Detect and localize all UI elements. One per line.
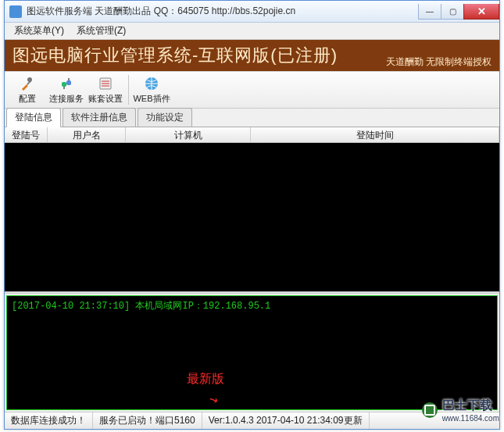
menu-system[interactable]: 系统菜单(Y) bbox=[8, 23, 70, 39]
statusbar: 数据库连接成功！ 服务已启动！端口5160 Ver:1.0.4.3 2017-0… bbox=[5, 412, 499, 429]
connect-label: 连接服务 bbox=[49, 93, 84, 105]
status-service: 服务已启动！端口5160 bbox=[93, 412, 202, 429]
globe-icon bbox=[144, 76, 159, 91]
wrench-icon bbox=[20, 76, 35, 91]
config-label: 配置 bbox=[19, 93, 36, 105]
titlebar[interactable]: 图远软件服务端 天道酬勤出品 QQ：645075 http://bbs.52po… bbox=[5, 1, 499, 23]
minimize-button[interactable]: — bbox=[418, 4, 441, 20]
banner: 图远电脑行业管理系统-互联网版(已注册) 天道酬勤 无限制终端授权 bbox=[5, 40, 499, 71]
banner-subtitle: 天道酬勤 无限制终端授权 bbox=[386, 55, 491, 69]
account-label: 账套设置 bbox=[88, 93, 123, 105]
tab-function-settings[interactable]: 功能设定 bbox=[138, 108, 192, 127]
tab-register-info[interactable]: 软件注册信息 bbox=[63, 108, 136, 127]
col-username[interactable]: 用户名 bbox=[48, 127, 126, 142]
svg-rect-2 bbox=[62, 82, 66, 87]
connect-button[interactable]: 连接服务 bbox=[47, 73, 86, 107]
svg-rect-3 bbox=[66, 80, 71, 85]
toolbar-separator bbox=[128, 75, 129, 105]
account-button[interactable]: 账套设置 bbox=[86, 73, 125, 107]
annotation-latest: 最新版 bbox=[187, 371, 224, 387]
webplugin-label: WEB插件 bbox=[133, 93, 170, 105]
plug-icon bbox=[59, 76, 74, 91]
grid-body[interactable] bbox=[5, 143, 499, 291]
window-controls: — ▢ ✕ bbox=[419, 4, 499, 20]
banner-title: 图远电脑行业管理系统-互联网版(已注册) bbox=[13, 44, 338, 67]
ledger-icon bbox=[98, 76, 113, 91]
arrow-icon: ↘ bbox=[206, 389, 220, 409]
webplugin-button[interactable]: WEB插件 bbox=[132, 73, 171, 107]
console[interactable]: [2017-04-10 21:37:10] 本机局域网IP：192.168.95… bbox=[6, 295, 498, 410]
app-icon bbox=[9, 5, 22, 18]
menubar: 系统菜单(Y) 系统管理(Z) bbox=[5, 23, 499, 40]
app-window: 图远软件服务端 天道酬勤出品 QQ：645075 http://bbs.52po… bbox=[4, 0, 500, 430]
col-computer[interactable]: 计算机 bbox=[126, 127, 251, 142]
status-db: 数据库连接成功！ bbox=[5, 412, 93, 429]
col-login-time[interactable]: 登陆时间 bbox=[251, 127, 499, 142]
tab-login-info[interactable]: 登陆信息 bbox=[6, 108, 61, 127]
grid-header: 登陆号 用户名 计算机 登陆时间 bbox=[5, 127, 499, 143]
close-button[interactable]: ✕ bbox=[463, 4, 499, 20]
window-title: 图远软件服务端 天道酬勤出品 QQ：645075 http://bbs.52po… bbox=[27, 5, 419, 18]
tabstrip: 登陆信息 软件注册信息 功能设定 bbox=[5, 109, 499, 127]
toolbar: 配置 连接服务 账套设置 WEB插件 bbox=[5, 71, 499, 109]
console-line: [2017-04-10 21:37:10] 本机局域网IP：192.168.95… bbox=[12, 299, 492, 312]
maximize-button[interactable]: ▢ bbox=[441, 4, 464, 20]
menu-manage[interactable]: 系统管理(Z) bbox=[70, 23, 132, 39]
status-version: Ver:1.0.4.3 2017-04-10 21:34:09更新 bbox=[202, 412, 370, 429]
config-button[interactable]: 配置 bbox=[8, 73, 47, 107]
col-login-no[interactable]: 登陆号 bbox=[5, 127, 48, 142]
splitter[interactable] bbox=[5, 291, 499, 294]
